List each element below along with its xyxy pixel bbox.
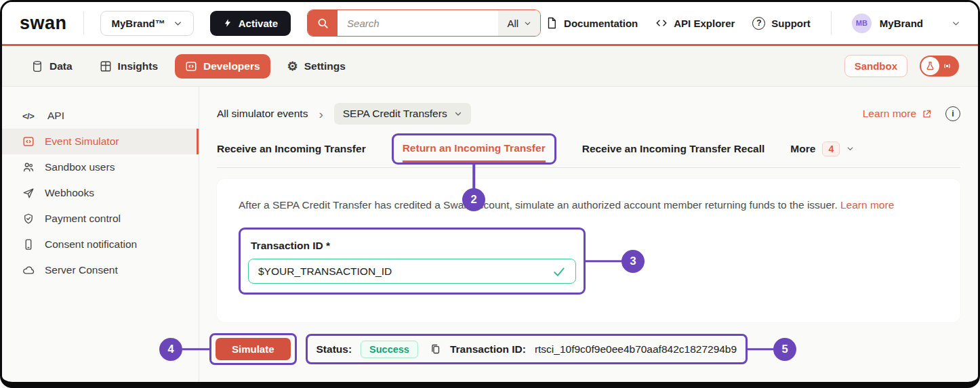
annotation-connector (584, 260, 622, 263)
main-content: All simulator events › SEPA Credit Trans… (199, 87, 978, 382)
sidebar-payment-control-label: Payment control (45, 213, 121, 225)
nav-developers-label: Developers (203, 60, 260, 72)
divider (83, 12, 84, 35)
support-link[interactable]: ? Support (752, 17, 811, 30)
sidebar-item-event-simulator[interactable]: Event Simulator (2, 129, 199, 154)
tab-more[interactable]: More 4 (790, 142, 854, 156)
paper-plane-icon (22, 187, 35, 199)
documentation-label: Documentation (564, 18, 638, 29)
annotation-step-5: 5 (773, 338, 796, 361)
chevron-down-icon (952, 19, 960, 28)
breadcrumb-current-label: SEPA Credit Transfers (343, 108, 447, 120)
status-badge: Success (361, 341, 418, 358)
nav-item-settings[interactable]: ⚙ Settings (277, 54, 356, 79)
more-count-badge: 4 (822, 142, 840, 156)
status-label: Status: (317, 343, 352, 355)
api-explorer-link[interactable]: API Explorer (655, 17, 735, 29)
sidebar-sandbox-users-label: Sandbox users (45, 161, 115, 173)
nav-item-data[interactable]: Data (21, 54, 83, 79)
api-explorer-label: API Explorer (674, 18, 735, 29)
sidebar-item-api[interactable]: </> API (2, 103, 199, 129)
code-icon: </> (22, 111, 37, 121)
tab-return-incoming-transfer[interactable]: Return an Incoming Transfer (403, 142, 546, 163)
breadcrumb-current-dropdown[interactable]: SEPA Credit Transfers (334, 103, 471, 125)
question-icon: ? (752, 17, 765, 30)
transaction-id-label: Transaction ID * (251, 240, 576, 252)
support-label: Support (771, 18, 811, 29)
copy-icon[interactable] (430, 343, 441, 355)
activate-button[interactable]: Activate (210, 11, 291, 36)
nav-item-developers[interactable]: Developers (175, 54, 270, 79)
transaction-id-input[interactable] (258, 265, 546, 278)
account-menu[interactable]: MB MyBrand (852, 14, 960, 33)
search-icon (317, 17, 329, 29)
app-window: swan MyBrand™ Activate All Documentation (0, 0, 980, 388)
search-button[interactable] (308, 10, 338, 36)
documentation-link[interactable]: Documentation (546, 17, 638, 29)
sidebar-item-payment-control[interactable]: Payment control (2, 206, 199, 232)
breadcrumb-root[interactable]: All simulator events (217, 108, 308, 120)
sidebar-server-consent-label: Server Consent (45, 264, 118, 276)
code-icon (655, 17, 668, 29)
chevron-down-icon (173, 19, 182, 28)
external-link-icon (922, 109, 932, 119)
divider (831, 12, 832, 35)
swan-logo: swan (20, 13, 67, 34)
environment-toggle[interactable] (920, 56, 959, 77)
breadcrumb: All simulator events › SEPA Credit Trans… (217, 103, 960, 125)
info-icon[interactable]: i (945, 106, 960, 121)
live-signal-icon (941, 60, 953, 72)
tab-receive-incoming-transfer[interactable]: Receive an Incoming Transfer (217, 143, 366, 155)
sidebar-event-simulator-label: Event Simulator (45, 135, 119, 148)
action-row: Simulate 4 Status: Success Transaction I… (209, 333, 960, 365)
developers-icon (185, 60, 197, 72)
annotation-connector (472, 165, 475, 189)
avatar: MB (852, 14, 872, 33)
annotation-box-step2: Return an Incoming Transfer 2 (392, 133, 556, 165)
simulator-card: After a SEPA Credit Transfer has credite… (217, 179, 960, 322)
grid-icon (100, 60, 112, 72)
nav-item-insights[interactable]: Insights (89, 54, 168, 79)
learn-more-label: Learn more (863, 108, 916, 120)
sidebar-api-label: API (47, 110, 64, 122)
check-icon (552, 265, 566, 278)
nav-insights-label: Insights (118, 60, 158, 72)
sidebar-item-webhooks[interactable]: Webhooks (2, 180, 199, 206)
annotation-connector (182, 348, 211, 351)
search-input[interactable] (338, 10, 498, 36)
project-selector[interactable]: MyBrand™ (100, 11, 194, 36)
shield-check-icon (22, 213, 35, 225)
sidebar-item-sandbox-users[interactable]: Sandbox users (2, 154, 199, 180)
description-learn-more-link[interactable]: Learn more (840, 199, 894, 211)
page-body: </> API Event Simulator Sandbox users We… (2, 87, 978, 382)
phone-icon (22, 238, 35, 251)
search-scope-dropdown[interactable]: All (498, 10, 540, 36)
chevron-down-icon (454, 110, 462, 118)
tab-receive-incoming-transfer-recall[interactable]: Receive an Incoming Transfer Recall (582, 143, 765, 155)
nav-right: Sandbox (844, 55, 959, 77)
section-nav: Data Insights Developers ⚙ Settings Sand… (2, 46, 978, 87)
annotation-connector (746, 348, 773, 351)
learn-more-link[interactable]: Learn more (863, 108, 932, 120)
simulate-button[interactable]: Simulate (216, 338, 291, 360)
activate-label: Activate (239, 18, 278, 29)
project-selector-label: MyBrand™ (112, 18, 165, 29)
tab-more-label: More (790, 143, 815, 155)
chevron-down-icon (846, 145, 854, 152)
global-search: All (307, 9, 541, 37)
description-text: After a SEPA Credit Transfer has credite… (239, 199, 838, 211)
annotation-box-step5: Status: Success Transaction ID: rtsci_10… (306, 334, 748, 364)
search-scope-label: All (507, 18, 518, 29)
tab-bar: Receive an Incoming Transfer Return an I… (217, 130, 960, 168)
sidebar-item-server-consent[interactable]: Server Consent (2, 257, 199, 283)
event-simulator-icon (22, 135, 35, 148)
account-name: MyBrand (880, 18, 923, 29)
document-icon (546, 17, 558, 29)
lightning-icon (223, 18, 232, 28)
nav-data-label: Data (49, 60, 73, 72)
card-description: After a SEPA Credit Transfer has credite… (239, 199, 939, 211)
annotation-box-step3: Transaction ID * 3 (239, 228, 586, 295)
transaction-id-input-wrap (248, 259, 576, 284)
sidebar-item-consent-notification[interactable]: Consent notification (2, 232, 199, 257)
cloud-icon (22, 264, 35, 276)
